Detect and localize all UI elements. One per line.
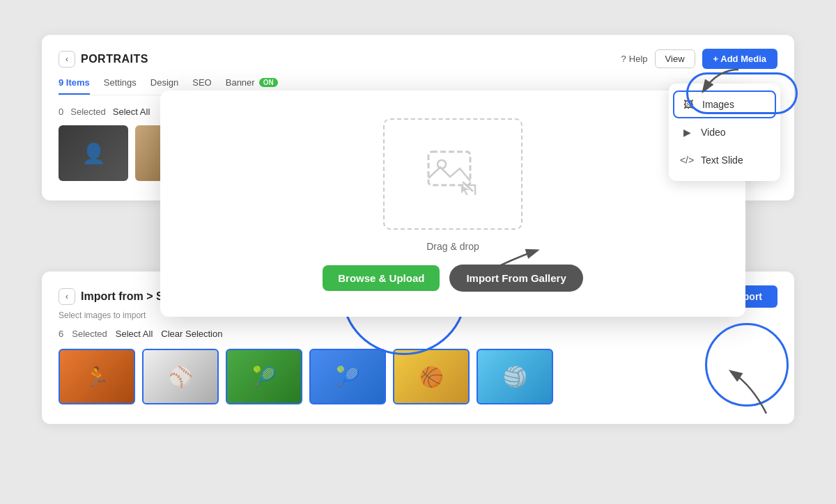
bottom-thumbnail-5[interactable]: 🏀 xyxy=(393,349,470,404)
help-button[interactable]: ? Help xyxy=(621,54,648,64)
drop-zone[interactable] xyxy=(383,118,522,230)
select-all-link[interactable]: Select All xyxy=(113,107,150,117)
add-media-dropdown: 🖼 Images ▶ Video </> Text Slide xyxy=(669,84,780,181)
back-button[interactable]: ‹ xyxy=(59,51,75,68)
bottom-thumbnails: 🏃 ⚾ 🎾 🎾 🏀 🏐 xyxy=(59,349,777,404)
import-gallery-button[interactable]: Import From Gallery xyxy=(449,265,582,292)
bottom-thumbnail-1[interactable]: 🏃 xyxy=(59,349,135,404)
text-slide-icon: </> xyxy=(680,153,694,167)
dropdown-text-slide[interactable]: </> Text Slide xyxy=(669,146,780,174)
browse-upload-button[interactable]: Browse & Upload xyxy=(323,265,440,291)
thumbnail-1[interactable]: 👤 xyxy=(59,125,128,181)
video-icon: ▶ xyxy=(680,125,694,139)
tab-settings[interactable]: Settings xyxy=(104,77,137,95)
bottom-selected-label: Selected xyxy=(72,329,107,339)
bottom-select-all-link[interactable]: Select All xyxy=(116,329,153,339)
help-circle-icon: ? xyxy=(621,54,626,64)
header-actions: ? Help View + Add Media xyxy=(621,49,777,69)
add-media-button[interactable]: + Add Media xyxy=(702,49,777,69)
bottom-thumbnail-6[interactable]: 🏐 xyxy=(477,349,553,404)
tab-items[interactable]: 9 Items xyxy=(59,77,90,95)
bottom-selection-bar: 6 Selected Select All Clear Selection xyxy=(59,329,777,339)
banner-badge: ON xyxy=(259,78,278,87)
bottom-selection-count: 6 xyxy=(59,329,63,339)
selected-label: Selected xyxy=(70,107,106,117)
card-title-area: ‹ PORTRAITS xyxy=(59,51,148,68)
card-header: ‹ PORTRAITS ? Help View + Add Media xyxy=(59,49,777,69)
page-title: PORTRAITS xyxy=(81,53,148,65)
selection-count: 0 xyxy=(59,107,63,117)
bottom-thumbnail-4[interactable]: 🎾 xyxy=(309,349,386,404)
bottom-back-button[interactable]: ‹ xyxy=(59,288,75,305)
drag-drop-label: Drag & drop xyxy=(426,241,479,252)
upload-modal: × Drag & drop Browse & Upload Import Fro… xyxy=(160,90,745,317)
svg-rect-0 xyxy=(428,152,470,185)
dropdown-images[interactable]: 🖼 Images xyxy=(673,90,776,118)
image-placeholder-icon xyxy=(425,146,481,203)
view-button[interactable]: View xyxy=(655,49,695,68)
svg-point-1 xyxy=(438,160,446,168)
clear-selection-link[interactable]: Clear Selection xyxy=(161,329,222,339)
images-icon: 🖼 xyxy=(681,97,695,111)
modal-buttons: Browse & Upload Import From Gallery xyxy=(323,265,583,292)
bottom-thumbnail-2[interactable]: ⚾ xyxy=(142,349,219,404)
dropdown-video[interactable]: ▶ Video xyxy=(669,118,780,146)
bottom-thumbnail-3[interactable]: 🎾 xyxy=(226,349,302,404)
